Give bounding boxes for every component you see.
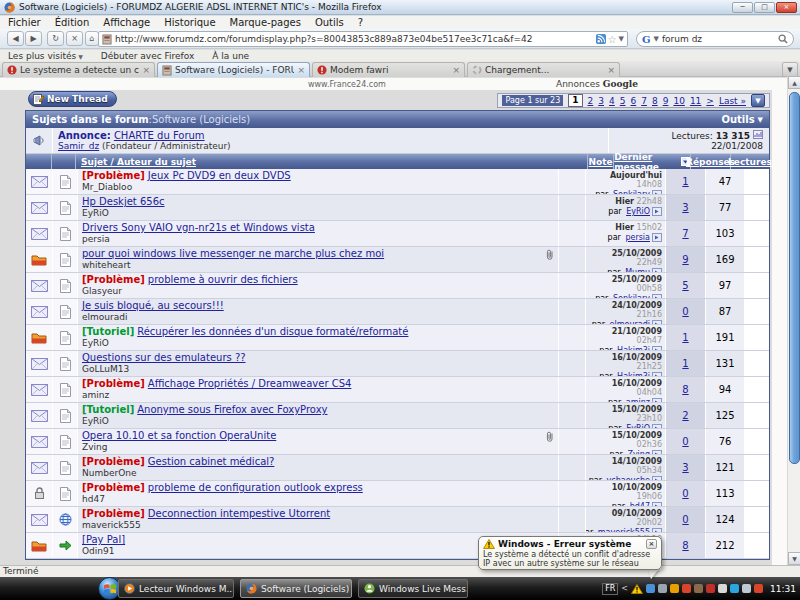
header-subject[interactable]: Sujet / Auteur du sujet <box>76 154 588 169</box>
new-thread-button[interactable]: New Thread <box>28 91 117 107</box>
replies-count-link[interactable]: 0 <box>682 514 688 525</box>
thread-title-link[interactable]: Anonyme sous Firefox avec FoxyProxy <box>137 404 327 415</box>
replies-count-link[interactable]: 0 <box>682 306 688 317</box>
goto-icon[interactable] <box>652 233 662 242</box>
list-all-tabs-button[interactable]: ▼ <box>782 62 798 77</box>
lastpost-author-link[interactable]: aminz <box>626 397 650 402</box>
page-link-11[interactable]: 11 <box>690 96 701 106</box>
page-link-4[interactable]: 4 <box>609 96 615 106</box>
taskbar-button-1[interactable]: Software (Logiciels) ... <box>240 579 352 598</box>
goto-icon[interactable] <box>652 346 662 350</box>
tools-icon[interactable] <box>694 584 703 593</box>
replies-count-link[interactable]: 8 <box>682 540 688 551</box>
back-button[interactable]: ◀ <box>7 31 24 46</box>
warning-tray-icon[interactable] <box>631 584 643 594</box>
lastpost-author-link[interactable]: hd47 <box>630 501 650 506</box>
thread-author[interactable]: Mr_Diabloo <box>82 182 554 192</box>
antivirus-icon[interactable] <box>754 584 763 593</box>
thread-author[interactable]: persia <box>82 234 554 244</box>
page-next-link[interactable]: > <box>706 96 714 106</box>
stop-button[interactable]: × <box>66 31 83 46</box>
replies-count-link[interactable]: 1 <box>682 332 688 343</box>
thread-title-link[interactable]: Hp Deskjet 656c <box>82 196 165 207</box>
tab-close-icon[interactable]: × <box>607 65 615 75</box>
magnifier-icon[interactable] <box>778 34 788 44</box>
replies-count-link[interactable]: 1 <box>682 176 688 187</box>
goto-icon[interactable] <box>652 424 662 428</box>
page-link-10[interactable]: 10 <box>673 96 684 106</box>
vertical-scrollbar[interactable]: ▲ ▼ <box>787 76 800 565</box>
thread-title-link[interactable]: Questions sur des emulateurs ?? <box>82 352 246 363</box>
tray-chevron-icon[interactable]: < <box>621 584 628 593</box>
page-link-6[interactable]: 6 <box>630 96 636 106</box>
scroll-up-button[interactable]: ▲ <box>788 76 800 89</box>
url-bar[interactable]: http://www.forumdz.com/forumdisplay.php?… <box>98 31 628 47</box>
replies-count-link[interactable]: 2 <box>682 410 688 421</box>
menu-item-3[interactable]: Historique <box>164 17 215 28</box>
goto-icon[interactable] <box>652 190 662 194</box>
page-current[interactable]: 1 <box>568 94 582 107</box>
page-link-5[interactable]: 5 <box>620 96 626 106</box>
thread-author[interactable]: aminz <box>82 390 554 400</box>
page-link-9[interactable]: 9 <box>663 96 669 106</box>
thread-title-link[interactable]: probleme à ouvrir des fichiers <box>148 274 298 285</box>
replies-count-link[interactable]: 3 <box>682 202 688 213</box>
user-icon[interactable] <box>646 584 655 593</box>
restore-button[interactable]: □ <box>754 2 775 13</box>
replies-count-link[interactable]: 1 <box>682 358 688 369</box>
page-last-link[interactable]: Last » <box>719 96 746 106</box>
goto-icon[interactable] <box>652 476 662 480</box>
goto-icon[interactable] <box>652 268 662 272</box>
ad-link-france24[interactable]: www.France24.com <box>308 80 386 89</box>
replies-count-link[interactable]: 7 <box>682 228 688 239</box>
tab-close-icon[interactable]: × <box>452 65 460 75</box>
thread-author[interactable]: elmouradi <box>82 312 554 322</box>
replies-count-link[interactable]: 5 <box>682 280 688 291</box>
page-link-7[interactable]: 7 <box>641 96 647 106</box>
reload-button[interactable]: ↻ <box>47 31 64 46</box>
announce-link[interactable]: CHARTE du Forum <box>114 130 205 141</box>
menu-item-0[interactable]: Fichier <box>8 17 41 28</box>
menu-item-1[interactable]: Édition <box>55 17 90 28</box>
announce-author-link[interactable]: Samir_dz <box>58 141 99 151</box>
page-dropdown-button[interactable]: ▼ <box>751 94 765 107</box>
replies-count-link[interactable]: 0 <box>682 436 688 447</box>
thread-author[interactable]: EyRiO <box>82 208 554 218</box>
goto-icon[interactable] <box>652 398 662 402</box>
replies-count-link[interactable]: 9 <box>682 254 688 265</box>
header-views[interactable]: Lectures <box>731 154 769 169</box>
thread-author[interactable]: whiteheart <box>82 260 554 270</box>
header-note[interactable]: Note <box>588 154 614 169</box>
lastpost-author-link[interactable]: Mumu <box>625 267 650 272</box>
thread-title-link[interactable]: Affichage Propriétés / Dreamweaver CS4 <box>148 378 352 389</box>
goto-icon[interactable] <box>652 502 662 506</box>
thread-author[interactable]: hd47 <box>82 494 554 504</box>
lastpost-author-link[interactable]: vchaouche <box>607 475 650 480</box>
paperclip-icon[interactable] <box>546 431 554 443</box>
tab-1[interactable]: Software (Logiciels) - FORUMDZ A...× <box>157 62 310 77</box>
forward-button[interactable]: ▶ <box>25 31 42 46</box>
lastpost-author-link[interactable]: EyRiO <box>626 423 650 428</box>
header-replies[interactable]: Réponses <box>691 154 731 169</box>
bookmark-item-1[interactable]: Débuter avec Firefox <box>101 51 195 61</box>
replies-count-link[interactable]: 8 <box>682 384 688 395</box>
bookmark-item-2[interactable]: À la une <box>212 51 249 61</box>
header-last-message[interactable]: Dernier message <box>614 154 691 169</box>
taskbar-clock[interactable]: 11:31 <box>770 584 796 594</box>
zonealarm-icon[interactable] <box>670 584 679 593</box>
thread-author[interactable]: NumberOne <box>82 468 554 478</box>
tab-2[interactable]: Modem fawri× <box>312 62 465 77</box>
lastpost-author-link[interactable]: Sonkilary <box>613 189 650 194</box>
goto-icon[interactable] <box>652 320 662 324</box>
lastpost-author-link[interactable]: Hakim3i <box>617 371 650 376</box>
goto-icon[interactable] <box>652 372 662 376</box>
lastpost-author-link[interactable]: EyRiO <box>626 206 650 217</box>
thread-author[interactable]: GoLLuM13 <box>82 364 554 374</box>
thread-author[interactable]: maverick555 <box>82 520 554 530</box>
window-icon[interactable] <box>658 584 667 593</box>
thread-author[interactable]: Zving <box>82 442 554 452</box>
thread-title-link[interactable]: Opera 10.10 et sa fonction OperaUnite <box>82 430 276 441</box>
tab-3[interactable]: Chargement...× <box>467 62 620 77</box>
ad-label-google[interactable]: Annonces Google <box>556 79 638 89</box>
rss-icon[interactable] <box>596 34 606 44</box>
